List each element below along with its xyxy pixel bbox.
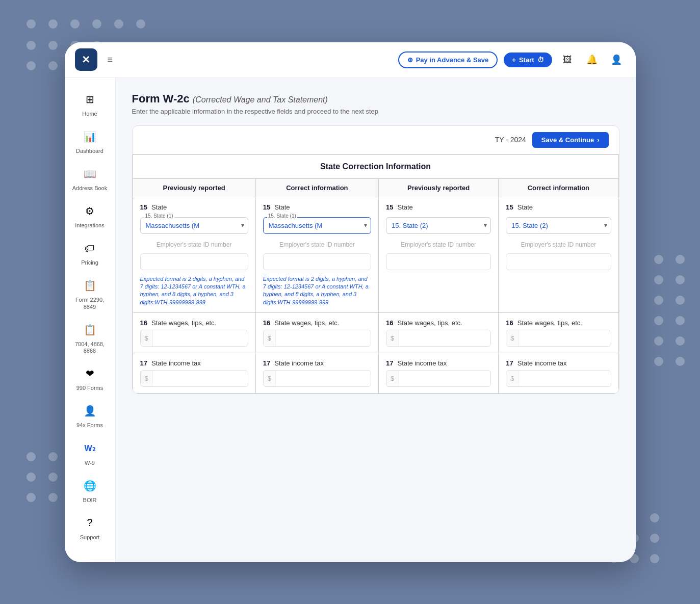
- col1-income-tax-cell: 17 State income tax $: [133, 353, 255, 393]
- col4-state-cell: 15 State 15. State (2) ▾: [499, 197, 618, 313]
- sidebar-item-94x[interactable]: 👤 94x Forms: [69, 398, 110, 433]
- sidebar-item-boir[interactable]: 🌐 BOIR: [69, 472, 110, 508]
- tax-dollar-prefix-col3: $: [386, 371, 399, 386]
- field15-col1-group: 15 State 15. State (1) Massachusetts (M: [140, 203, 248, 307]
- field16-col1-group: 16 State wages, tips, etc. $: [140, 319, 248, 347]
- field16-col2-num: 16: [263, 319, 270, 327]
- employer-id-input-col4[interactable]: [506, 253, 611, 270]
- field17-col2-name: State income tax: [274, 359, 324, 367]
- employer-id-input-col2[interactable]: [263, 253, 371, 270]
- col4-header: Correct information: [499, 178, 618, 197]
- home-icon: ⊞: [81, 90, 99, 109]
- sidebar-item-w9[interactable]: W₂ W-9: [69, 435, 110, 470]
- field15-col2-group: 15 State 15. State (1) Massachusetts (M: [263, 203, 371, 307]
- save-continue-label: Save & Continue: [541, 136, 594, 144]
- sidebar-label-boir: BOIR: [83, 497, 97, 504]
- tax-input-col4[interactable]: [519, 371, 611, 386]
- pay-advance-icon: ⊕: [407, 56, 413, 64]
- col1-header: Previously reported: [133, 178, 255, 197]
- employer-id-hint-col1: Expected format is 2 digits, a hyphen, a…: [140, 275, 248, 307]
- tax-input-wrapper-col2: $: [263, 370, 371, 387]
- sidebar-item-support[interactable]: ? Support: [69, 510, 110, 545]
- employer-id-input-col1[interactable]: [140, 253, 248, 270]
- sidebar-label-w9: W-9: [85, 460, 95, 466]
- state-select-col1[interactable]: Massachusetts (M: [140, 217, 248, 234]
- field17-col1-name: State income tax: [151, 359, 201, 367]
- save-continue-button[interactable]: Save & Continue ›: [532, 132, 609, 148]
- dollar-prefix-col3: $: [386, 330, 399, 346]
- main-content: Form W-2c (Corrected Wage and Tax Statem…: [116, 78, 636, 562]
- field15-col2-name: State: [274, 203, 290, 211]
- tax-dollar-prefix-col2: $: [264, 371, 276, 386]
- dollar-prefix-col4: $: [506, 330, 518, 346]
- field16-col3-num: 16: [386, 319, 393, 327]
- field15-col2-num: 15: [263, 203, 270, 211]
- tax-dollar-prefix-col4: $: [506, 371, 518, 386]
- col2-state-cell: 15 State 15. State (1) Massachusetts (M: [255, 197, 378, 313]
- employer-id-input-col3[interactable]: [386, 253, 491, 270]
- sidebar-item-address-book[interactable]: 📖 Address Book: [69, 161, 110, 196]
- form-card: TY - 2024 Save & Continue › State Correc…: [132, 125, 619, 395]
- state-select-col4[interactable]: 15. State (2): [506, 217, 611, 234]
- correction-table: State Correction Information Previously …: [133, 154, 619, 394]
- form-990-icon: ❤: [81, 364, 99, 383]
- dashboard-icon: 📊: [81, 127, 99, 146]
- pay-advance-button[interactable]: ⊕ Pay in Advance & Save: [398, 51, 498, 68]
- wages-input-col3[interactable]: [399, 330, 490, 346]
- tax-input-col3[interactable]: [399, 371, 490, 386]
- notifications-button[interactable]: 🔔: [583, 50, 601, 69]
- sidebar-item-dashboard[interactable]: 📊 Dashboard: [69, 123, 110, 159]
- field16-col2-name: State wages, tips, etc.: [274, 319, 339, 327]
- sidebar-item-home[interactable]: ⊞ Home: [69, 86, 110, 121]
- menu-icon[interactable]: ≡: [108, 55, 113, 65]
- wages-input-wrapper-col3: $: [386, 330, 491, 347]
- start-clock-icon: ⏱: [537, 56, 544, 64]
- tax-input-wrapper-col3: $: [386, 370, 491, 387]
- boir-icon: 🌐: [81, 477, 99, 495]
- dollar-prefix-col1: $: [141, 330, 153, 346]
- wages-input-col2[interactable]: [276, 330, 371, 346]
- sidebar-label-support: Support: [80, 534, 100, 541]
- col2-income-tax-cell: 17 State income tax $: [255, 353, 378, 393]
- wages-input-col1[interactable]: [153, 330, 248, 346]
- sidebar-item-pricing[interactable]: 🏷 Pricing: [69, 235, 110, 270]
- field15-col3-name: State: [398, 203, 413, 211]
- chevron-right-icon: ›: [597, 136, 599, 144]
- sidebar-item-form-990[interactable]: ❤ 990 Forms: [69, 360, 110, 396]
- topbar: ✕ ≡ ⊕ Pay in Advance & Save + Start ⏱ 🖼 …: [65, 42, 636, 78]
- integrations-icon: ⚙: [81, 202, 99, 220]
- w9-icon: W₂: [81, 439, 99, 458]
- wages-input-wrapper-col2: $: [263, 330, 371, 347]
- sidebar-label-address-book: Address Book: [72, 185, 107, 192]
- col4-wages-cell: 16 State wages, tips, etc. $: [499, 313, 618, 353]
- form-header: TY - 2024 Save & Continue ›: [133, 126, 619, 154]
- start-button[interactable]: + Start ⏱: [504, 52, 552, 67]
- wages-input-col4[interactable]: [519, 330, 611, 346]
- col3-header: Previously reported: [379, 178, 499, 197]
- tax-input-col2[interactable]: [276, 371, 371, 386]
- profile-button[interactable]: 👤: [607, 50, 626, 69]
- address-book-icon: 📖: [81, 165, 99, 183]
- col2-header: Correct information: [255, 178, 378, 197]
- state-select-col2[interactable]: Massachusetts (M: [263, 217, 371, 234]
- gallery-button[interactable]: 🖼: [558, 50, 577, 69]
- field16-col1-name: State wages, tips, etc.: [151, 319, 216, 327]
- employer-id-label-col1: Employer's state ID number: [140, 237, 248, 250]
- tax-input-col1[interactable]: [153, 371, 248, 386]
- sidebar: ⊞ Home 📊 Dashboard 📖 Address Book ⚙ Inte…: [65, 78, 116, 562]
- field15-col4-name: State: [517, 203, 533, 211]
- field16-col3-group: 16 State wages, tips, etc. $: [386, 319, 491, 347]
- state-dropdown-col3: 15. State (2) ▾: [386, 217, 491, 234]
- page-subtitle: Enter the applicable information in the …: [132, 108, 619, 115]
- sidebar-item-integrations[interactable]: ⚙ Integrations: [69, 198, 110, 233]
- state-select-col3[interactable]: 15. State (2): [386, 217, 491, 234]
- sidebar-item-form-2290[interactable]: 📋 Form 2290, 8849: [69, 272, 110, 314]
- state-dropdown-label-col2: 15. State (1): [267, 213, 297, 219]
- employer-id-label-col2: Employer's state ID number: [263, 237, 371, 250]
- sidebar-item-form-7004[interactable]: 📋 7004, 4868, 8868: [69, 317, 110, 358]
- sidebar-label-form-7004: 7004, 4868, 8868: [71, 341, 108, 354]
- sidebar-label-home: Home: [82, 111, 97, 117]
- sidebar-label-pricing: Pricing: [81, 259, 98, 266]
- employer-id-label-col4: Employer's state ID number: [506, 237, 611, 250]
- tax-input-wrapper-col1: $: [140, 370, 248, 387]
